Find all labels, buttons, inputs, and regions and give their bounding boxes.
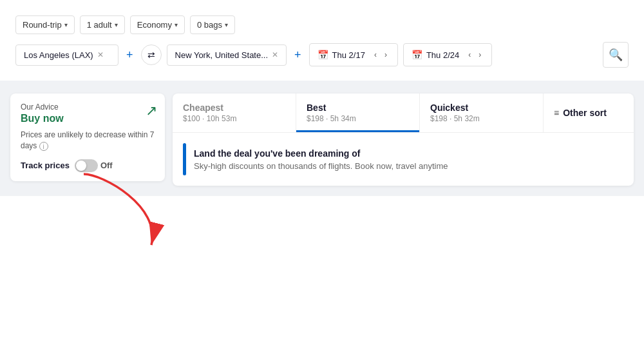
best-tab-label: Best <box>307 103 409 113</box>
other-sort-label: Other sort <box>563 108 607 118</box>
sort-tabs: Cheapest $100 · 10h 53m Best $198 · 5h 3… <box>173 93 634 133</box>
destination-clear-button[interactable]: ✕ <box>272 50 278 59</box>
chevron-down-icon: ▾ <box>225 21 228 28</box>
origin-clear-button[interactable]: ✕ <box>97 50 104 59</box>
top-section: Round-trip ▾ 1 adult ▾ Economy ▾ 0 bags … <box>0 0 644 68</box>
chevron-down-icon: ▾ <box>64 21 68 28</box>
promo-bar <box>183 143 186 175</box>
date-nav: ‹ › <box>372 49 390 61</box>
round-trip-label: Round-trip <box>23 20 62 30</box>
toggle-wrap: Off <box>75 159 113 172</box>
swap-icon: ⇄ <box>147 50 155 60</box>
filter-icon: ≡ <box>554 108 559 118</box>
adult-filter[interactable]: 1 adult ▾ <box>80 15 125 34</box>
destination-value: New York, United State... <box>175 50 269 60</box>
destination-input[interactable]: New York, United State... ✕ <box>167 44 287 66</box>
swap-button[interactable]: ⇄ <box>141 44 162 65</box>
tab-best[interactable]: Best $198 · 5h 34m <box>296 93 420 132</box>
return-date-input[interactable]: 📅 Thu 2/24 ‹ › <box>403 43 492 66</box>
filter-row: Round-trip ▾ 1 adult ▾ Economy ▾ 0 bags … <box>15 15 629 34</box>
promo-title: Land the deal you've been dreaming of <box>194 148 448 159</box>
calendar-icon: 📅 <box>317 50 328 60</box>
chevron-down-icon: ▾ <box>115 21 118 28</box>
search-icon: 🔍 <box>609 48 623 62</box>
toggle-state-label: Off <box>100 161 113 170</box>
prev-return-date-button[interactable]: ‹ <box>466 49 473 61</box>
depart-date-value: Thu 2/17 <box>332 50 365 60</box>
quickest-tab-label: Quickest <box>430 103 533 113</box>
origin-add-button[interactable]: + <box>124 48 136 62</box>
return-date-value: Thu 2/24 <box>426 50 459 60</box>
bags-filter[interactable]: 0 bags ▾ <box>190 15 235 34</box>
calendar-icon: 📅 <box>412 50 422 60</box>
track-prices-toggle[interactable] <box>75 159 98 172</box>
economy-label: Economy <box>137 20 172 30</box>
advice-description: Prices are unlikely to decrease within 7… <box>21 130 155 152</box>
cheapest-tab-label: Cheapest <box>183 103 285 113</box>
depart-date-input[interactable]: 📅 Thu 2/17 ‹ › <box>309 43 398 66</box>
best-tab-sub: $198 · 5h 34m <box>307 114 409 123</box>
bags-label: 0 bags <box>197 20 222 30</box>
economy-filter[interactable]: Economy ▾ <box>130 15 185 34</box>
track-prices-row: Track prices Off <box>21 159 155 172</box>
origin-input[interactable]: Los Angeles (LAX) ✕ <box>15 44 118 66</box>
chevron-down-icon: ▾ <box>175 21 178 28</box>
promo-text: Land the deal you've been dreaming of Sk… <box>194 148 448 171</box>
destination-add-button[interactable]: + <box>292 48 304 62</box>
origin-value: Los Angeles (LAX) <box>24 50 93 60</box>
promo-description: Sky-high discounts on thousands of fligh… <box>194 161 448 171</box>
quickest-tab-sub: $198 · 5h 32m <box>430 114 533 123</box>
search-row: Los Angeles (LAX) ✕ + ⇄ New York, United… <box>15 42 629 68</box>
search-button[interactable]: 🔍 <box>603 42 629 68</box>
track-prices-label: Track prices <box>21 161 70 170</box>
tab-cheapest[interactable]: Cheapest $100 · 10h 53m <box>173 93 296 132</box>
prev-date-button[interactable]: ‹ <box>372 49 379 61</box>
cheapest-tab-sub: $100 · 10h 53m <box>183 114 285 123</box>
round-trip-filter[interactable]: Round-trip ▾ <box>15 15 75 34</box>
adult-label: 1 adult <box>87 20 112 30</box>
promo-card: Land the deal you've been dreaming of Sk… <box>173 133 634 186</box>
advice-card: Our Advice Buy now ↗ Prices are unlikely… <box>10 93 165 181</box>
main-content: Our Advice Buy now ↗ Prices are unlikely… <box>0 81 644 196</box>
cards-row: Our Advice Buy now ↗ Prices are unlikely… <box>10 93 634 186</box>
page-wrapper: Round-trip ▾ 1 adult ▾ Economy ▾ 0 bags … <box>0 0 644 363</box>
sort-panel: Cheapest $100 · 10h 53m Best $198 · 5h 3… <box>173 93 634 186</box>
info-icon[interactable]: i <box>39 142 48 151</box>
return-date-nav: ‹ › <box>466 49 484 61</box>
trend-icon: ↗ <box>146 103 157 119</box>
next-return-date-button[interactable]: › <box>476 49 484 61</box>
tab-quickest[interactable]: Quickest $198 · 5h 32m <box>420 93 544 132</box>
tab-other-sort[interactable]: ≡ Other sort <box>544 93 634 132</box>
advice-action: Buy now <box>21 113 155 124</box>
advice-label: Our Advice <box>21 103 155 112</box>
next-date-button[interactable]: › <box>382 49 390 61</box>
